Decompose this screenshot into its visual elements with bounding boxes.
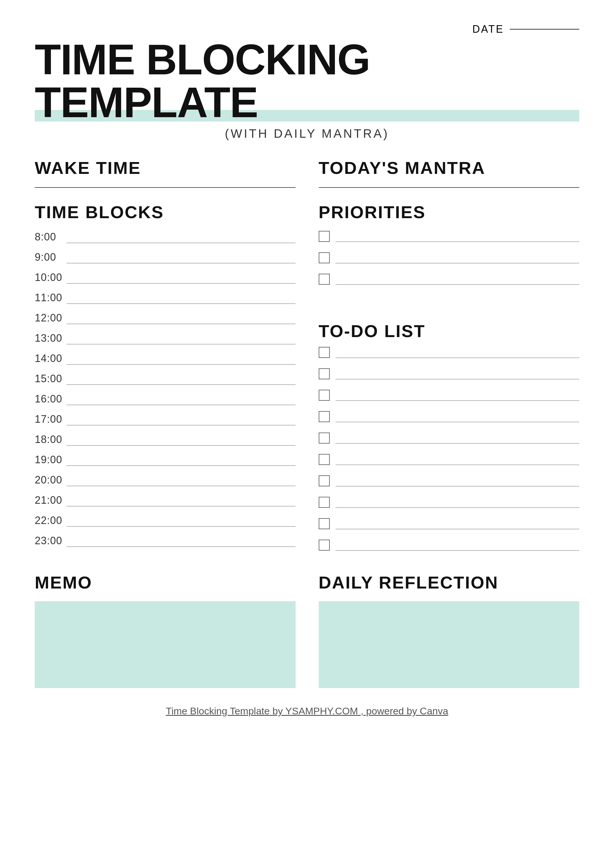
time-row-line [67,505,295,506]
time-label: 12:00 [35,312,67,324]
title-wrapper: TIME BLOCKING TEMPLATE [35,38,579,124]
time-row: 15:00 [35,373,295,385]
time-row: 13:00 [35,332,295,344]
wake-time-line [35,187,295,188]
todo-line [336,378,580,379]
time-label: 13:00 [35,332,67,344]
priority-line [336,262,580,263]
time-row-line [67,282,295,284]
time-row: 14:00 [35,352,295,364]
time-label: 16:00 [35,393,67,405]
todo-line [336,549,580,550]
time-row-line [67,404,295,405]
time-row: 9:00 [35,251,295,263]
memo-box [35,601,295,688]
priority-rows-container [319,231,580,285]
time-row: 16:00 [35,393,295,405]
priority-row [319,231,580,242]
todo-checkbox[interactable] [319,454,330,465]
priorities-section: PRIORITIES [319,202,580,295]
reflection-col: DAILY REFLECTION [319,573,580,688]
time-label: 14:00 [35,352,67,364]
todo-checkbox[interactable] [319,390,330,401]
subtitle: (WITH DAILY MANTRA) [35,127,579,141]
time-label: 15:00 [35,373,67,385]
todo-checkbox[interactable] [319,347,330,358]
page: DATE TIME BLOCKING TEMPLATE (WITH DAILY … [35,23,579,717]
time-row: 11:00 [35,291,295,304]
footer: Time Blocking Template by YSAMPHY.COM , … [35,705,579,717]
todo-line [336,464,580,465]
todo-checkbox[interactable] [319,475,330,487]
memo-col: MEMO [35,573,295,688]
time-row: 17:00 [35,413,295,425]
todo-line [336,528,580,529]
todo-label: TO-DO LIST [319,321,580,341]
bottom-section: MEMO DAILY REFLECTION [35,573,579,688]
todo-row [319,497,580,508]
priority-checkbox[interactable] [319,252,330,263]
time-label: 22:00 [35,515,67,527]
time-row-line [67,525,295,527]
todo-line [336,357,580,358]
todo-row [319,368,580,379]
time-row-line [67,485,295,486]
todo-line [336,400,580,401]
todo-row [319,411,580,422]
priority-line [336,284,580,285]
footer-middle: , powered by [358,705,420,716]
time-row-line [67,303,295,304]
todo-checkbox[interactable] [319,497,330,508]
todo-row [319,390,580,401]
time-label: 9:00 [35,251,67,263]
time-rows-container: 8:009:0010:0011:0012:0013:0014:0015:0016… [35,231,295,547]
todo-row [319,347,580,358]
todo-checkbox[interactable] [319,518,330,529]
todo-line [336,442,580,443]
footer-link1[interactable]: YSAMPHY.COM [285,705,358,716]
time-row: 10:00 [35,271,295,284]
time-label: 18:00 [35,433,67,446]
todo-checkbox[interactable] [319,539,330,550]
date-underline [510,29,579,29]
time-row: 12:00 [35,312,295,324]
time-row-line [67,343,295,344]
priority-row [319,274,580,285]
priorities-label: PRIORITIES [319,202,580,222]
mantra-label: TODAY'S MANTRA [319,158,580,178]
footer-link2[interactable]: Canva [420,705,448,716]
todo-row [319,475,580,487]
time-row-line [67,262,295,263]
priority-checkbox[interactable] [319,274,330,285]
time-row-line [67,465,295,466]
reflection-label: DAILY REFLECTION [319,573,580,592]
todo-checkbox[interactable] [319,411,330,422]
priority-line [336,241,580,242]
priority-row [319,252,580,263]
time-row-line [67,363,295,364]
time-label: 20:00 [35,474,67,486]
time-row-line [67,424,295,425]
time-row: 21:00 [35,494,295,506]
priority-checkbox[interactable] [319,231,330,242]
todo-row [319,432,580,443]
todo-row [319,454,580,465]
mantra-col: TODAY'S MANTRA [319,158,580,188]
time-row-line [67,445,295,446]
main-title: TIME BLOCKING TEMPLATE [35,38,579,124]
wake-time-label: WAKE TIME [35,158,295,178]
main-two-col: TIME BLOCKS 8:009:0010:0011:0012:0013:00… [35,202,579,561]
time-row: 8:00 [35,231,295,243]
todo-rows-container [319,347,580,550]
time-row: 20:00 [35,474,295,486]
todo-checkbox[interactable] [319,368,330,379]
time-label: 10:00 [35,271,67,284]
time-row-line [67,546,295,547]
time-row: 22:00 [35,515,295,527]
todo-checkbox[interactable] [319,432,330,443]
right-col: PRIORITIES TO-DO LIST [319,202,580,561]
time-blocks-label: TIME BLOCKS [35,202,295,222]
time-label: 11:00 [35,291,67,304]
date-label: DATE [473,23,504,35]
time-row-line [67,384,295,385]
